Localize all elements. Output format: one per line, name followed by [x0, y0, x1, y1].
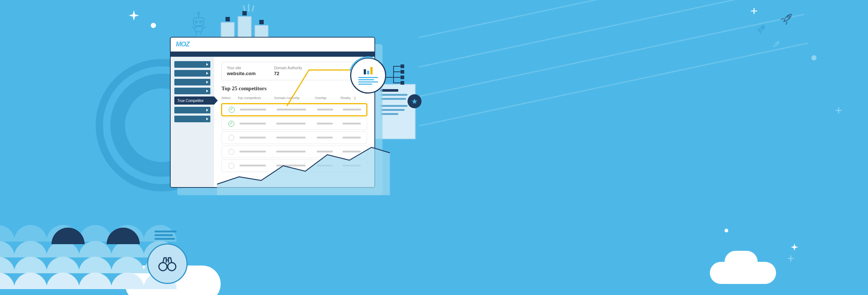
placeholder-bar: [277, 109, 306, 110]
domain-authority-metric: Domain Authority 72: [274, 66, 302, 76]
svg-point-7: [198, 12, 200, 14]
metric-label: Your site: [227, 66, 256, 70]
placeholder-bar: [342, 165, 361, 166]
placeholder-bar: [317, 109, 333, 110]
svg-point-5: [200, 21, 202, 23]
sidebar-item[interactable]: [174, 70, 210, 77]
table-row[interactable]: [221, 145, 367, 158]
placeholder-bar: [317, 137, 333, 138]
select-checkbox[interactable]: [228, 121, 234, 127]
rocket-icon: [780, 11, 794, 27]
placeholder-bar: [239, 137, 266, 138]
sidebar-item-label: True Competitor: [177, 99, 204, 103]
svg-line-2: [252, 6, 254, 11]
svg-rect-18: [401, 76, 404, 79]
placeholder-bar: [342, 151, 361, 152]
table-row[interactable]: [221, 117, 367, 130]
svg-point-4: [195, 21, 198, 23]
app-toolbar: [171, 52, 374, 57]
column-header-overlap[interactable]: Overlap: [315, 96, 341, 100]
svg-point-21: [168, 263, 176, 271]
metric-label: Domain Authority: [274, 66, 302, 70]
your-site-metric: Your site website.com: [227, 66, 256, 76]
dark-bump-decoration: [51, 228, 85, 244]
section-title: Top 25 competitors: [221, 85, 367, 92]
sidebar-item[interactable]: [174, 88, 210, 94]
metric-value: 72: [274, 71, 302, 76]
table-body: [221, 103, 367, 172]
table-row[interactable]: [221, 103, 367, 116]
sidebar-item[interactable]: [174, 61, 210, 68]
svg-line-12: [200, 32, 202, 35]
column-header-select[interactable]: Select: [221, 96, 238, 100]
magnify-lens-decoration: [350, 57, 386, 94]
column-header-rivalry[interactable]: Rivalry: [341, 96, 367, 100]
placeholder-bar: [317, 123, 333, 124]
select-checkbox[interactable]: [228, 149, 234, 155]
sparkle-icon: [129, 10, 139, 21]
placeholder-bar: [240, 109, 266, 110]
sidebar-item-true-competitor[interactable]: True Competitor: [174, 96, 214, 105]
placeholder-bar: [342, 137, 361, 138]
dot-decoration: [725, 229, 728, 232]
table-header: Select Top competitors Domain Authority …: [221, 95, 367, 102]
column-header-da[interactable]: Domain Authority: [274, 96, 315, 100]
binoculars-badge: [147, 243, 188, 284]
svg-line-11: [196, 32, 197, 35]
placeholder-bar: [239, 165, 266, 166]
lens-branches-decoration: [386, 63, 412, 94]
placeholder-bar: [276, 165, 306, 166]
sidebar-item[interactable]: [174, 116, 210, 122]
brand-logo: MOZ: [176, 41, 189, 48]
plus-decoration: +: [787, 251, 794, 266]
svg-point-15: [776, 42, 778, 45]
placeholder-bar: [276, 137, 306, 138]
rocket-icon: [755, 23, 767, 36]
table-row[interactable]: [221, 131, 367, 144]
site-metrics-card: Your site website.com Domain Authority 7…: [221, 62, 367, 80]
sidebar-item[interactable]: [174, 107, 210, 113]
star-badge-icon: ★: [408, 94, 421, 108]
plus-decoration: +: [835, 103, 842, 117]
placeholder-bar: [343, 109, 361, 110]
svg-rect-17: [401, 70, 404, 73]
sidebar-item[interactable]: [174, 79, 210, 85]
svg-rect-16: [401, 65, 404, 68]
robot-icon: [188, 11, 210, 38]
placeholder-bar: [342, 123, 361, 124]
select-checkbox[interactable]: [228, 163, 234, 169]
svg-line-9: [191, 27, 195, 29]
app-header: MOZ: [171, 38, 374, 52]
dot-decoration: [811, 55, 817, 60]
placeholder-bar: [317, 151, 333, 152]
app-window: MOZ True Competitor Your site website.co…: [170, 37, 375, 188]
placeholder-bar: [317, 165, 333, 166]
select-checkbox[interactable]: [229, 107, 235, 113]
svg-rect-8: [195, 27, 202, 32]
svg-point-13: [787, 15, 790, 18]
svg-line-10: [202, 27, 206, 29]
sparkle-icon: [791, 243, 798, 251]
svg-line-0: [243, 6, 245, 11]
rocket-icon: [771, 39, 781, 51]
placeholder-bar: [276, 123, 306, 124]
placeholder-bar: [239, 123, 266, 124]
placeholder-bar: [239, 151, 266, 152]
metric-value: website.com: [227, 71, 256, 76]
select-checkbox[interactable]: [228, 135, 234, 141]
placeholder-bar: [276, 151, 306, 152]
binoculars-icon: [157, 256, 177, 272]
svg-point-14: [761, 27, 764, 29]
diagonal-lines-decoration: [419, 22, 824, 155]
svg-rect-19: [401, 81, 404, 84]
column-header-competitors[interactable]: Top competitors: [238, 96, 274, 100]
sort-icon: [353, 96, 357, 100]
svg-point-20: [159, 263, 167, 271]
plus-decoration: +: [750, 4, 758, 18]
sidebar: True Competitor: [171, 57, 214, 187]
podium-decoration: [221, 16, 268, 38]
dark-bump-decoration: [107, 228, 140, 244]
dot-decoration: [151, 23, 156, 28]
cloud-decoration: [725, 251, 758, 273]
table-row[interactable]: [221, 159, 367, 172]
